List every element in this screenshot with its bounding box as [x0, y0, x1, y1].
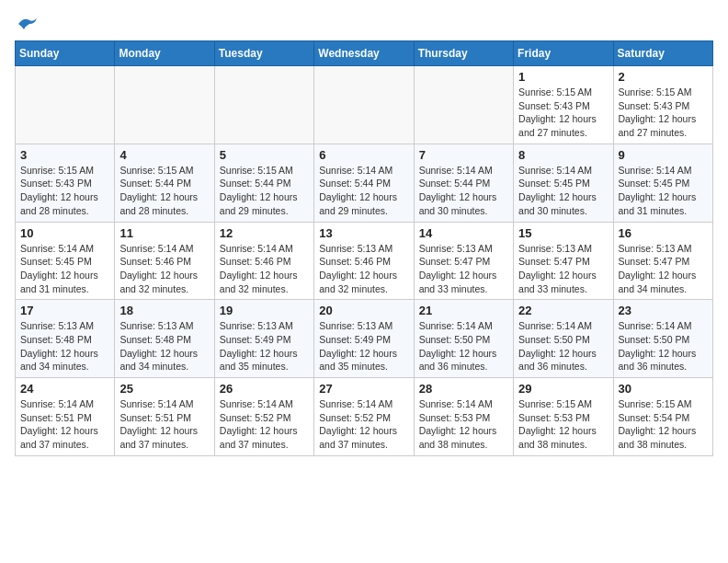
- day-number: 13: [319, 226, 408, 240]
- day-info: Sunrise: 5:14 AM Sunset: 5:44 PM Dayligh…: [319, 164, 408, 218]
- calendar-cell: [214, 66, 313, 144]
- calendar-cell: 18Sunrise: 5:13 AM Sunset: 5:48 PM Dayli…: [115, 300, 214, 378]
- day-number: 15: [518, 226, 608, 240]
- calendar-week-row: 24Sunrise: 5:14 AM Sunset: 5:51 PM Dayli…: [16, 378, 713, 456]
- calendar-cell: 30Sunrise: 5:15 AM Sunset: 5:54 PM Dayli…: [613, 378, 712, 456]
- day-info: Sunrise: 5:13 AM Sunset: 5:47 PM Dayligh…: [518, 242, 608, 296]
- calendar-cell: 15Sunrise: 5:13 AM Sunset: 5:47 PM Dayli…: [514, 222, 613, 300]
- calendar-cell: 14Sunrise: 5:13 AM Sunset: 5:47 PM Dayli…: [414, 222, 513, 300]
- day-number: 10: [20, 226, 109, 240]
- calendar-header-tuesday: Tuesday: [214, 41, 313, 66]
- calendar-cell: 8Sunrise: 5:14 AM Sunset: 5:45 PM Daylig…: [514, 144, 613, 222]
- calendar-cell: 17Sunrise: 5:13 AM Sunset: 5:48 PM Dayli…: [16, 300, 115, 378]
- calendar-cell: 29Sunrise: 5:15 AM Sunset: 5:53 PM Dayli…: [514, 378, 613, 456]
- day-number: 20: [319, 304, 408, 317]
- day-info: Sunrise: 5:15 AM Sunset: 5:53 PM Dayligh…: [518, 397, 608, 452]
- day-number: 27: [319, 382, 408, 396]
- day-number: 6: [319, 148, 408, 162]
- day-info: Sunrise: 5:14 AM Sunset: 5:52 PM Dayligh…: [319, 397, 408, 452]
- day-info: Sunrise: 5:15 AM Sunset: 5:44 PM Dayligh…: [119, 164, 209, 218]
- day-number: 4: [119, 148, 209, 162]
- day-info: Sunrise: 5:14 AM Sunset: 5:51 PM Dayligh…: [20, 397, 109, 452]
- logo-bird-icon: [17, 15, 39, 33]
- day-info: Sunrise: 5:13 AM Sunset: 5:47 PM Dayligh…: [619, 242, 708, 296]
- calendar-cell: [16, 66, 115, 144]
- day-number: 28: [419, 382, 508, 396]
- day-info: Sunrise: 5:14 AM Sunset: 5:50 PM Dayligh…: [518, 319, 608, 373]
- day-number: 9: [619, 148, 708, 162]
- calendar-cell: 26Sunrise: 5:14 AM Sunset: 5:52 PM Dayli…: [214, 378, 313, 456]
- calendar-cell: 7Sunrise: 5:14 AM Sunset: 5:44 PM Daylig…: [414, 144, 513, 222]
- day-info: Sunrise: 5:15 AM Sunset: 5:43 PM Dayligh…: [518, 86, 608, 140]
- day-number: 1: [518, 70, 608, 84]
- calendar-cell: 16Sunrise: 5:13 AM Sunset: 5:47 PM Dayli…: [613, 222, 712, 300]
- calendar-cell: 5Sunrise: 5:15 AM Sunset: 5:44 PM Daylig…: [214, 144, 313, 222]
- day-info: Sunrise: 5:15 AM Sunset: 5:43 PM Dayligh…: [20, 164, 109, 218]
- day-info: Sunrise: 5:14 AM Sunset: 5:46 PM Dayligh…: [220, 242, 309, 296]
- day-info: Sunrise: 5:13 AM Sunset: 5:49 PM Dayligh…: [319, 319, 408, 373]
- calendar-header-row: SundayMondayTuesdayWednesdayThursdayFrid…: [16, 41, 713, 66]
- calendar-week-row: 1Sunrise: 5:15 AM Sunset: 5:43 PM Daylig…: [16, 66, 713, 144]
- day-number: 21: [419, 304, 508, 317]
- day-number: 25: [119, 382, 209, 396]
- calendar-cell: 22Sunrise: 5:14 AM Sunset: 5:50 PM Dayli…: [514, 300, 613, 378]
- calendar-cell: [414, 66, 513, 144]
- day-number: 22: [518, 304, 608, 317]
- day-info: Sunrise: 5:14 AM Sunset: 5:45 PM Dayligh…: [20, 242, 109, 296]
- day-info: Sunrise: 5:14 AM Sunset: 5:44 PM Dayligh…: [419, 164, 508, 218]
- calendar-header-saturday: Saturday: [613, 41, 712, 66]
- calendar-cell: 9Sunrise: 5:14 AM Sunset: 5:45 PM Daylig…: [613, 144, 712, 222]
- day-number: 26: [220, 382, 309, 396]
- day-info: Sunrise: 5:14 AM Sunset: 5:52 PM Dayligh…: [220, 397, 309, 452]
- day-number: 17: [20, 304, 109, 317]
- day-info: Sunrise: 5:13 AM Sunset: 5:46 PM Dayligh…: [319, 242, 408, 296]
- calendar-cell: 20Sunrise: 5:13 AM Sunset: 5:49 PM Dayli…: [314, 300, 414, 378]
- day-number: 14: [419, 226, 508, 240]
- day-number: 3: [20, 148, 109, 162]
- day-number: 2: [619, 70, 708, 84]
- page-header: [15, 15, 713, 33]
- calendar-cell: 6Sunrise: 5:14 AM Sunset: 5:44 PM Daylig…: [314, 144, 414, 222]
- calendar-week-row: 3Sunrise: 5:15 AM Sunset: 5:43 PM Daylig…: [16, 144, 713, 222]
- calendar-header-friday: Friday: [514, 41, 613, 66]
- day-number: 16: [619, 226, 708, 240]
- day-info: Sunrise: 5:13 AM Sunset: 5:48 PM Dayligh…: [20, 319, 109, 373]
- day-info: Sunrise: 5:15 AM Sunset: 5:43 PM Dayligh…: [619, 86, 708, 140]
- day-info: Sunrise: 5:14 AM Sunset: 5:53 PM Dayligh…: [419, 397, 508, 452]
- calendar-cell: 21Sunrise: 5:14 AM Sunset: 5:50 PM Dayli…: [414, 300, 513, 378]
- calendar-cell: 3Sunrise: 5:15 AM Sunset: 5:43 PM Daylig…: [16, 144, 115, 222]
- calendar-cell: 4Sunrise: 5:15 AM Sunset: 5:44 PM Daylig…: [115, 144, 214, 222]
- day-info: Sunrise: 5:13 AM Sunset: 5:48 PM Dayligh…: [119, 319, 209, 373]
- day-info: Sunrise: 5:14 AM Sunset: 5:45 PM Dayligh…: [518, 164, 608, 218]
- calendar-table: SundayMondayTuesdayWednesdayThursdayFrid…: [15, 40, 713, 456]
- day-info: Sunrise: 5:14 AM Sunset: 5:50 PM Dayligh…: [419, 319, 508, 373]
- calendar-cell: 23Sunrise: 5:14 AM Sunset: 5:50 PM Dayli…: [613, 300, 712, 378]
- calendar-cell: 13Sunrise: 5:13 AM Sunset: 5:46 PM Dayli…: [314, 222, 414, 300]
- day-info: Sunrise: 5:13 AM Sunset: 5:49 PM Dayligh…: [220, 319, 309, 373]
- calendar-week-row: 10Sunrise: 5:14 AM Sunset: 5:45 PM Dayli…: [16, 222, 713, 300]
- day-info: Sunrise: 5:14 AM Sunset: 5:46 PM Dayligh…: [119, 242, 209, 296]
- calendar-cell: 19Sunrise: 5:13 AM Sunset: 5:49 PM Dayli…: [214, 300, 313, 378]
- calendar-cell: 11Sunrise: 5:14 AM Sunset: 5:46 PM Dayli…: [115, 222, 214, 300]
- calendar-cell: 1Sunrise: 5:15 AM Sunset: 5:43 PM Daylig…: [514, 66, 613, 144]
- day-number: 30: [619, 382, 708, 396]
- day-number: 19: [220, 304, 309, 317]
- calendar-cell: 12Sunrise: 5:14 AM Sunset: 5:46 PM Dayli…: [214, 222, 313, 300]
- calendar-cell: 28Sunrise: 5:14 AM Sunset: 5:53 PM Dayli…: [414, 378, 513, 456]
- day-info: Sunrise: 5:14 AM Sunset: 5:45 PM Dayligh…: [619, 164, 708, 218]
- logo: [15, 15, 39, 33]
- calendar-cell: 10Sunrise: 5:14 AM Sunset: 5:45 PM Dayli…: [16, 222, 115, 300]
- calendar-header-wednesday: Wednesday: [314, 41, 414, 66]
- day-number: 8: [518, 148, 608, 162]
- day-number: 24: [20, 382, 109, 396]
- day-number: 7: [419, 148, 508, 162]
- day-number: 5: [220, 148, 309, 162]
- calendar-header-thursday: Thursday: [414, 41, 513, 66]
- calendar-cell: 24Sunrise: 5:14 AM Sunset: 5:51 PM Dayli…: [16, 378, 115, 456]
- day-info: Sunrise: 5:13 AM Sunset: 5:47 PM Dayligh…: [419, 242, 508, 296]
- calendar-cell: 25Sunrise: 5:14 AM Sunset: 5:51 PM Dayli…: [115, 378, 214, 456]
- day-info: Sunrise: 5:14 AM Sunset: 5:51 PM Dayligh…: [119, 397, 209, 452]
- day-info: Sunrise: 5:15 AM Sunset: 5:44 PM Dayligh…: [220, 164, 309, 218]
- calendar-header-sunday: Sunday: [16, 41, 115, 66]
- calendar-week-row: 17Sunrise: 5:13 AM Sunset: 5:48 PM Dayli…: [16, 300, 713, 378]
